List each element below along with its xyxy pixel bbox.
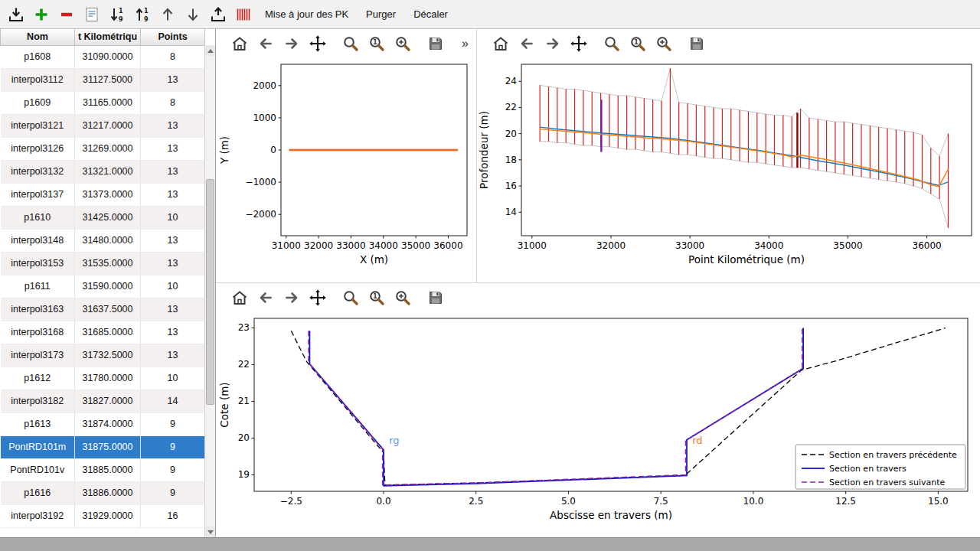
xy-plot[interactable]: 310003200033000340003500036000−2000−1000… bbox=[216, 58, 476, 283]
table-cell[interactable]: interpol3148 bbox=[1, 229, 75, 252]
table-cell[interactable]: 31929.0000 bbox=[75, 504, 141, 527]
back-button[interactable] bbox=[515, 32, 538, 55]
column-header-pk[interactable]: t Kilométriqu bbox=[75, 29, 141, 45]
table-row[interactable]: p161131590.000010 bbox=[1, 275, 205, 298]
table-cell[interactable]: 31827.0000 bbox=[75, 390, 141, 412]
forward-button[interactable] bbox=[280, 286, 303, 309]
table-row[interactable]: interpol313731373.000013 bbox=[1, 183, 205, 206]
table-row[interactable]: PontRD101m31875.00009 bbox=[1, 435, 205, 458]
table-cell[interactable]: 13 bbox=[141, 137, 205, 160]
table-row[interactable]: PontRD101v31885.00009 bbox=[1, 458, 205, 481]
table-cell[interactable]: 9 bbox=[141, 412, 205, 435]
table-cell[interactable]: 9 bbox=[141, 481, 205, 504]
cross-section-plot[interactable]: −2.50.02.55.07.510.012.515.01920212223Ab… bbox=[216, 312, 978, 537]
forward-button[interactable] bbox=[280, 32, 303, 55]
back-button[interactable] bbox=[254, 286, 277, 309]
profile-plot[interactable]: 3100032000330003400035000360001416182022… bbox=[477, 58, 979, 283]
table-cell[interactable]: p1616 bbox=[1, 481, 75, 504]
scroll-down-button[interactable] bbox=[205, 527, 215, 537]
toolbar-overflow-indicator[interactable]: » bbox=[462, 37, 469, 51]
move-up-button[interactable] bbox=[156, 3, 179, 26]
remove-button[interactable] bbox=[55, 3, 78, 26]
zoom-button[interactable] bbox=[600, 32, 623, 55]
table-cell[interactable]: p1611 bbox=[1, 275, 75, 298]
save-button[interactable] bbox=[424, 286, 447, 309]
table-cell[interactable]: interpol3192 bbox=[1, 504, 75, 527]
table-cell[interactable]: 31321.0000 bbox=[75, 160, 141, 183]
column-header-nom[interactable]: Nom bbox=[1, 29, 75, 45]
home-button[interactable] bbox=[228, 286, 251, 309]
zoom-plus-button[interactable] bbox=[391, 32, 414, 55]
table-cell[interactable]: 13 bbox=[141, 229, 205, 252]
pan-button[interactable] bbox=[306, 32, 329, 55]
table-cell[interactable]: 14 bbox=[141, 390, 205, 412]
pan-button[interactable] bbox=[567, 32, 590, 55]
table-cell[interactable]: 31165.0000 bbox=[75, 91, 141, 114]
table-cell[interactable]: p1609 bbox=[1, 91, 75, 114]
table-cell[interactable]: interpol3126 bbox=[1, 137, 75, 160]
shift-button[interactable]: Décaler bbox=[406, 4, 456, 25]
table-cell[interactable]: PontRD101v bbox=[1, 458, 75, 481]
scrollbar-thumb[interactable] bbox=[206, 179, 214, 405]
table-cell[interactable]: p1612 bbox=[1, 367, 75, 390]
table-cell[interactable]: 13 bbox=[141, 344, 205, 367]
save-button[interactable] bbox=[424, 32, 447, 55]
export-button[interactable] bbox=[207, 3, 230, 26]
scroll-up-button[interactable] bbox=[205, 45, 215, 56]
table-cell[interactable]: 31425.0000 bbox=[75, 206, 141, 229]
table-row[interactable]: interpol312131217.000013 bbox=[1, 114, 205, 137]
table-row[interactable]: interpol312631269.000013 bbox=[1, 137, 205, 160]
back-button[interactable] bbox=[254, 32, 277, 55]
table-cell[interactable]: 10 bbox=[141, 367, 205, 390]
table-row[interactable]: interpol314831480.000013 bbox=[1, 229, 205, 252]
move-down-button[interactable] bbox=[181, 3, 204, 26]
table-cell[interactable]: 31886.0000 bbox=[75, 481, 141, 504]
table-row[interactable]: p161031425.000010 bbox=[1, 206, 205, 229]
zoom-one-button[interactable]: 1 bbox=[365, 286, 388, 309]
table-row[interactable]: interpol318231827.000014 bbox=[1, 390, 205, 412]
table-cell[interactable]: 31874.0000 bbox=[75, 412, 141, 435]
zoom-button[interactable] bbox=[339, 286, 362, 309]
table-row[interactable]: interpol311231127.500013 bbox=[1, 68, 205, 91]
table-cell[interactable]: 9 bbox=[141, 458, 205, 481]
add-button[interactable] bbox=[30, 3, 53, 26]
table-cell[interactable]: interpol3168 bbox=[1, 321, 75, 344]
table-cell[interactable]: 8 bbox=[141, 45, 205, 68]
table-cell[interactable]: 31685.0000 bbox=[75, 321, 141, 344]
sections-button[interactable] bbox=[232, 3, 255, 26]
table-cell[interactable]: 10 bbox=[141, 206, 205, 229]
table-cell[interactable]: 31269.0000 bbox=[75, 137, 141, 160]
table-cell[interactable]: 13 bbox=[141, 68, 205, 91]
table-row[interactable]: interpol316831685.000013 bbox=[1, 321, 205, 344]
table-cell[interactable]: interpol3182 bbox=[1, 390, 75, 412]
table-row[interactable]: p161331874.00009 bbox=[1, 412, 205, 435]
table-cell[interactable]: 13 bbox=[141, 160, 205, 183]
table-row[interactable]: interpol319231929.000016 bbox=[1, 504, 205, 527]
table-cell[interactable]: 31780.0000 bbox=[75, 367, 141, 390]
table-cell[interactable]: interpol3132 bbox=[1, 160, 75, 183]
zoom-plus-button[interactable] bbox=[652, 32, 675, 55]
table-cell[interactable]: 31535.0000 bbox=[75, 252, 141, 275]
table-cell[interactable]: 13 bbox=[141, 183, 205, 206]
table-cell[interactable]: 13 bbox=[141, 321, 205, 344]
table-cell[interactable]: 13 bbox=[141, 298, 205, 321]
table-cell[interactable]: 16 bbox=[141, 504, 205, 527]
table-cell[interactable]: 8 bbox=[141, 91, 205, 114]
sort-descending-button[interactable]: 19 bbox=[106, 3, 129, 26]
zoom-plus-button[interactable] bbox=[391, 286, 414, 309]
home-button[interactable] bbox=[489, 32, 512, 55]
table-row[interactable]: p161631886.00009 bbox=[1, 481, 205, 504]
update-pk-button[interactable]: Mise à jour des PK bbox=[257, 4, 356, 25]
table-row[interactable]: p161231780.000010 bbox=[1, 367, 205, 390]
table-cell[interactable]: interpol3121 bbox=[1, 114, 75, 137]
table-cell[interactable]: p1613 bbox=[1, 412, 75, 435]
table-cell[interactable]: 31090.0000 bbox=[75, 45, 141, 68]
table-cell[interactable]: 13 bbox=[141, 114, 205, 137]
table-cell[interactable]: interpol3112 bbox=[1, 68, 75, 91]
table-row[interactable]: interpol316331637.500013 bbox=[1, 298, 205, 321]
table-cell[interactable]: 31480.0000 bbox=[75, 229, 141, 252]
table-cell[interactable]: interpol3137 bbox=[1, 183, 75, 206]
table-cell[interactable]: 31885.0000 bbox=[75, 458, 141, 481]
zoom-one-button[interactable]: 1 bbox=[365, 32, 388, 55]
column-header-points[interactable]: Points bbox=[141, 29, 205, 45]
